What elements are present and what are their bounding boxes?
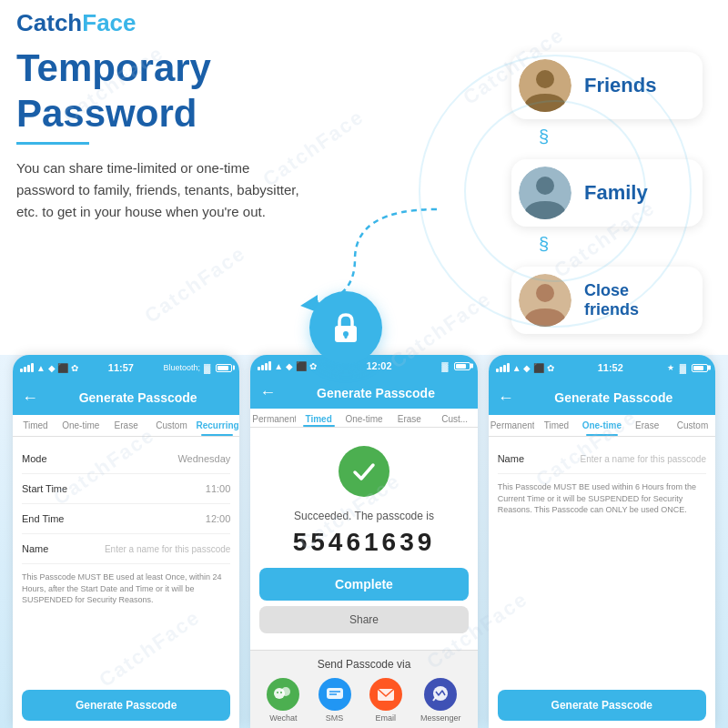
- success-area: Succeeded. The passcode is 55461639 Comp…: [250, 428, 477, 650]
- send-icon-email[interactable]: Email: [369, 678, 402, 723]
- svg-point-11: [277, 692, 278, 693]
- end-value: 12:00: [206, 513, 231, 524]
- success-label: Succeeded. The passcode is: [294, 510, 434, 522]
- person-card-close-friends: Closefriends: [511, 267, 703, 334]
- phone3-tabs: Permanent Timed One-time Erase Custom: [489, 415, 715, 437]
- form-row-end: End Time 12:00: [22, 504, 230, 534]
- hero-description: You can share time-limited or one-time p…: [16, 157, 308, 223]
- check-icon: [350, 458, 378, 485]
- connector-2: [539, 234, 555, 259]
- avatar-close-friends: [519, 274, 571, 327]
- send-via-section: Send Passcode via Wechat: [250, 650, 477, 728]
- connector-1: [539, 126, 555, 152]
- phone1-time: 11:57: [108, 362, 134, 373]
- phones-container: ▲ ◆ ⬛ ✿ 11:57 Bluetooth; ▓ ← Generate Pa…: [0, 355, 728, 728]
- title-line2: Password: [16, 93, 493, 135]
- back-arrow-2[interactable]: ←: [259, 383, 276, 402]
- form-row-name: Name Enter a name for this passcode: [22, 534, 230, 564]
- phone2-time: 12:02: [366, 360, 391, 371]
- send-icon-messenger[interactable]: Messenger: [420, 678, 461, 723]
- tab3-permanent[interactable]: Permanent: [489, 415, 534, 436]
- tab2-custom[interactable]: Cust...: [432, 409, 478, 427]
- phone2-header: ← Generate Passcode: [250, 378, 477, 409]
- tab3-custom[interactable]: Custom: [670, 415, 715, 436]
- messenger-icon: [424, 678, 457, 711]
- wifi-icon-3: ▓: [680, 363, 686, 373]
- tab1-erase[interactable]: Erase: [104, 415, 149, 436]
- svg-point-12: [280, 692, 282, 693]
- signal-icon-3: [496, 363, 510, 372]
- battery-icon: [216, 364, 232, 372]
- send-icon-sms[interactable]: SMS: [318, 678, 351, 723]
- form-row-mode: Mode Wednesday: [22, 444, 230, 474]
- phone1-tabs: Timed One-time Erase Custom Recurring: [13, 415, 239, 437]
- tab3-erase[interactable]: Erase: [624, 415, 670, 436]
- phone-onetime: ▲ ◆ ⬛ ✿ 11:52 ★ ▓ ← Generate Passcode Pe…: [489, 355, 715, 728]
- phone2-header-title: Generate Passcode: [283, 386, 468, 400]
- svg-point-5: [536, 284, 554, 302]
- left-section: Temporary Password You can share time-li…: [16, 43, 493, 379]
- svg-rect-13: [327, 688, 343, 699]
- svg-rect-8: [345, 334, 348, 339]
- logo: CatchFace: [16, 9, 136, 37]
- notice-text-3: This Passcode MUST BE used within 6 Hour…: [498, 481, 706, 516]
- wechat-label: Wechat: [269, 713, 297, 723]
- phone3-body: Name Enter a name for this passcode This…: [489, 437, 715, 728]
- generate-btn-1[interactable]: Generate Passcode: [22, 690, 230, 721]
- phone1-body: Mode Wednesday Start Time 11:00 End Time…: [13, 437, 239, 728]
- passcode-number: 55461639: [293, 528, 436, 557]
- person-name-family: Family: [584, 181, 648, 205]
- status-icons-1: ▲ ◆ ⬛ ✿: [36, 363, 78, 373]
- logo-catch: Catch: [16, 9, 82, 36]
- phone3-header: ← Generate Passcode: [489, 380, 715, 415]
- tab2-erase[interactable]: Erase: [387, 409, 432, 427]
- start-value: 11:00: [206, 483, 231, 494]
- phone-timed: ▲ ◆ ⬛ ✿ 12:02 ▓ ← Generate Passcode Perm…: [250, 355, 477, 728]
- wifi-icon: ▓: [204, 363, 210, 373]
- title-underline: [16, 142, 89, 145]
- bt-icon-3: ★: [667, 363, 674, 372]
- tab2-onetime[interactable]: One-time: [341, 409, 387, 427]
- tab1-onetime[interactable]: One-time: [58, 415, 104, 436]
- tab2-timed[interactable]: Timed: [296, 409, 341, 427]
- signal-icon: [20, 363, 34, 372]
- svg-point-3: [536, 177, 554, 195]
- back-arrow-1[interactable]: ←: [22, 389, 38, 408]
- person-card-friends: Friends: [511, 52, 703, 119]
- battery-icon-2: [454, 362, 470, 370]
- generate-btn-3[interactable]: Generate Passcode: [498, 690, 706, 721]
- phone3-header-title: Generate Passcode: [521, 390, 706, 405]
- phone2-tabs: Permanent Timed One-time Erase Cust...: [250, 409, 477, 428]
- tab2-permanent[interactable]: Permanent: [250, 409, 296, 427]
- tab1-custom[interactable]: Custom: [149, 415, 195, 436]
- phone3-status-bar: ▲ ◆ ⬛ ✿ 11:52 ★ ▓: [489, 355, 715, 380]
- email-label: Email: [376, 713, 397, 723]
- status-icons-3: ▲ ◆ ⬛ ✿: [512, 363, 554, 373]
- phone1-header-title: Generate Passcode: [46, 390, 230, 405]
- success-check-icon: [339, 446, 389, 497]
- tab3-timed[interactable]: Timed: [534, 415, 580, 436]
- sms-icon: [318, 678, 351, 711]
- svg-point-1: [536, 70, 554, 88]
- battery-icon-3: [692, 364, 708, 372]
- person-card-family: Family: [511, 159, 703, 227]
- back-arrow-3[interactable]: ←: [498, 389, 514, 408]
- mode-value: Wednesday: [177, 453, 230, 464]
- send-via-icons: Wechat SMS: [258, 678, 470, 723]
- tab1-timed[interactable]: Timed: [13, 415, 58, 436]
- send-icon-wechat[interactable]: Wechat: [267, 678, 299, 723]
- wechat-icon: [267, 678, 299, 711]
- mode-label: Mode: [22, 453, 47, 464]
- tab3-onetime[interactable]: One-time: [579, 415, 624, 436]
- phone1-header: ← Generate Passcode: [13, 380, 239, 415]
- start-label: Start Time: [22, 483, 67, 494]
- share-btn[interactable]: Share: [259, 606, 468, 633]
- phone3-time: 11:52: [598, 362, 623, 373]
- phone1-status-bar: ▲ ◆ ⬛ ✿ 11:57 Bluetooth; ▓: [13, 355, 239, 380]
- email-icon: [369, 678, 402, 711]
- avatar-family: [519, 167, 571, 219]
- send-via-title: Send Passcode via: [258, 658, 470, 671]
- complete-btn[interactable]: Complete: [259, 568, 468, 601]
- lock-icon: [328, 309, 364, 346]
- tab1-recurring[interactable]: Recurring: [194, 415, 239, 436]
